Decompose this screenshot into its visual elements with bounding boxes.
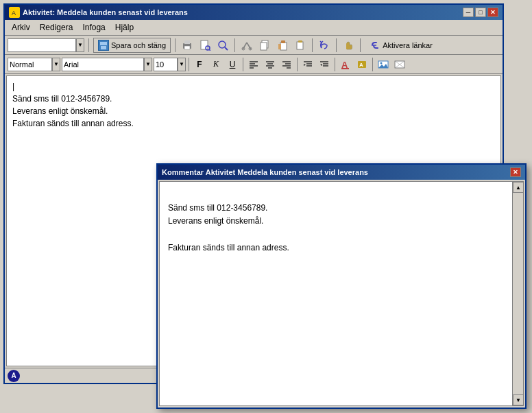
align-center-button[interactable] — [263, 57, 278, 72]
main-title-bar: A Aktivitet: Meddela kunden senast vid l… — [5, 5, 503, 20]
link-icon — [370, 40, 380, 51]
print-button[interactable] — [180, 38, 195, 53]
size-dropdown[interactable]: 10 — [154, 58, 178, 71]
svg-rect-4 — [184, 46, 190, 49]
align-center-icon — [265, 60, 275, 69]
undo-button[interactable] — [317, 38, 332, 53]
separator-1 — [88, 38, 89, 52]
align-right-button[interactable] — [279, 57, 294, 72]
align-left-button[interactable] — [246, 57, 261, 72]
style-dropdown-container: Normal ▼ — [8, 58, 60, 71]
comment-line-1: Sänd sms till 012-3456789. — [168, 202, 515, 215]
underline-button[interactable]: U — [225, 57, 240, 72]
separator-6 — [360, 38, 361, 52]
font-color-button[interactable]: A — [338, 57, 353, 72]
separator-4 — [312, 38, 313, 52]
find-button[interactable] — [215, 38, 230, 53]
outdent-icon — [319, 60, 329, 69]
insert-object-button[interactable] — [392, 57, 407, 72]
font-dropdown[interactable]: Arial — [62, 58, 144, 71]
svg-text:A: A — [359, 62, 363, 68]
comment-text: Sänd sms till 012-3456789. Leverans enli… — [160, 182, 523, 261]
svg-point-8 — [219, 41, 226, 48]
content-line-4: Fakturan sänds till annan adress. — [12, 117, 495, 130]
size-dropdown-container: 10 ▼ — [154, 58, 186, 71]
svg-rect-5 — [201, 40, 208, 49]
svg-rect-3 — [184, 40, 190, 44]
comment-close-button[interactable]: ✕ — [510, 167, 521, 177]
cursor-line: | — [12, 80, 495, 93]
indent-button[interactable] — [300, 57, 315, 72]
font-dropdown-arrow[interactable]: ▼ — [144, 58, 152, 71]
toolbar-dropdown-arrow[interactable]: ▼ — [76, 38, 84, 52]
maximize-button[interactable]: □ — [475, 8, 486, 17]
insert-object-icon — [394, 59, 405, 70]
save-close-button[interactable]: Spara och stäng — [93, 38, 171, 53]
style-dropdown-arrow[interactable]: ▼ — [52, 58, 60, 71]
content-text[interactable]: | Sänd sms till 012-3456789. Leverans en… — [7, 76, 500, 134]
comment-content-area: Sänd sms till 012-3456789. Leverans enli… — [159, 181, 524, 406]
menu-arkiv[interactable]: Arkiv — [8, 21, 34, 34]
comment-window-title: Kommentar Aktivitet Meddela kunden senas… — [162, 168, 368, 176]
insert-image-button[interactable] — [376, 57, 391, 72]
scroll-up-arrow[interactable]: ▲ — [513, 182, 524, 193]
indent-icon — [303, 60, 313, 69]
align-left-icon — [249, 60, 258, 69]
paste-button[interactable] — [275, 38, 290, 53]
toolbar-main: ▼ Spara och stäng — [5, 36, 503, 55]
italic-button[interactable]: K — [208, 57, 223, 72]
highlight-icon: A — [356, 59, 367, 70]
scissors-icon — [241, 40, 252, 51]
app-icon: A — [9, 7, 20, 18]
svg-rect-16 — [280, 43, 287, 50]
svg-rect-18 — [278, 44, 281, 49]
fmt-sep-1 — [189, 58, 189, 71]
toolbar-style-dropdown[interactable] — [8, 38, 76, 52]
print-icon — [182, 40, 193, 51]
svg-marker-38 — [304, 64, 306, 66]
size-dropdown-arrow[interactable]: ▼ — [178, 58, 186, 71]
close-button[interactable]: ✕ — [487, 8, 498, 17]
formatting-toolbar: Normal ▼ Arial ▼ 10 ▼ F K U — [5, 55, 503, 74]
preview-button[interactable] — [197, 38, 213, 53]
find-icon — [217, 40, 228, 51]
font-color-icon: A — [340, 59, 351, 70]
font-dropdown-container: Arial ▼ — [62, 58, 152, 71]
copy-icon — [259, 40, 270, 51]
svg-marker-42 — [320, 64, 322, 66]
align-right-icon — [282, 60, 291, 69]
title-bar-buttons: ─ □ ✕ — [463, 8, 498, 17]
scroll-track — [513, 193, 523, 394]
comment-title-bar: Kommentar Aktivitet Meddela kunden senas… — [158, 165, 525, 180]
separator-5 — [336, 38, 337, 52]
bold-button[interactable]: F — [192, 57, 207, 72]
fmt-sep-4 — [335, 58, 335, 71]
highlight-button[interactable]: A — [354, 57, 370, 72]
toolbar-dropdown-container: ▼ — [8, 38, 84, 52]
scroll-down-arrow[interactable]: ▼ — [513, 394, 524, 405]
title-left: A Aktivitet: Meddela kunden senast vid l… — [9, 7, 188, 18]
menu-hjalp[interactable]: Hjälp — [111, 21, 138, 34]
paste2-button[interactable] — [293, 38, 308, 53]
preview-icon — [200, 40, 210, 51]
separator-3 — [234, 38, 235, 52]
minimize-button[interactable]: ─ — [463, 8, 474, 17]
cut-button[interactable] — [239, 38, 254, 53]
comment-line-2: Leverans enligt önskemål. — [168, 215, 515, 228]
fmt-sep-5 — [372, 58, 373, 71]
copy-button[interactable] — [257, 38, 272, 53]
outdent-button[interactable] — [317, 57, 332, 72]
fmt-sep-2 — [243, 58, 243, 71]
main-window-title: Aktivitet: Meddela kunden senast vid lev… — [23, 8, 188, 16]
svg-rect-15 — [261, 43, 267, 50]
svg-rect-44 — [341, 68, 349, 69]
style-dropdown[interactable]: Normal — [8, 58, 52, 71]
menu-redigera[interactable]: Redigera — [36, 21, 77, 34]
svg-line-9 — [225, 47, 228, 50]
paste-icon — [277, 40, 288, 51]
floppy-label — [100, 42, 107, 45]
menu-bar: Arkiv Redigera Infoga Hjälp — [5, 20, 503, 36]
menu-infoga[interactable]: Infoga — [78, 21, 109, 34]
aktivera-lankar-button[interactable]: Aktivera länkar — [365, 38, 437, 53]
hand-button[interactable] — [341, 38, 356, 53]
